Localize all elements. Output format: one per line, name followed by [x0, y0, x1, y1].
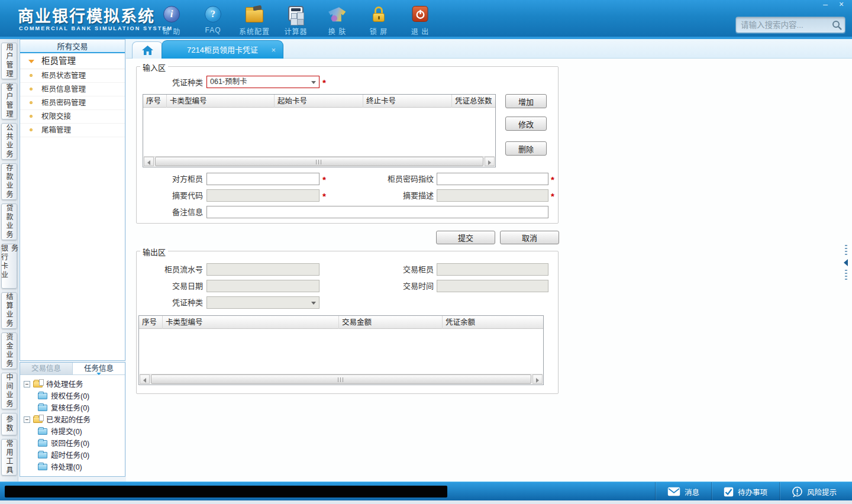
col-start-card[interactable]: 起始卡号	[275, 95, 363, 108]
app-subtitle: COMMERCIAL BANK SIMULATION SYSTEM	[19, 25, 173, 31]
table-header-row: 序号 卡类型编号 交易金额 凭证余额	[139, 316, 543, 329]
skin-label: 换 肤	[317, 26, 358, 36]
task-node-authorization-tasks[interactable]: 授权任务(0)	[20, 390, 125, 402]
messages-button[interactable]: 消息	[655, 482, 711, 501]
required-mark: *	[322, 189, 326, 202]
module-tab-parameters[interactable]: 参数	[1, 413, 17, 435]
folder-icon	[38, 393, 47, 399]
task-node-rejected-tasks[interactable]: 驳回任务(0)	[20, 438, 125, 450]
search-icon[interactable]	[832, 20, 842, 33]
module-tab-customer-mgmt[interactable]: 客户管理	[1, 83, 17, 119]
required-mark: *	[551, 173, 554, 185]
exit-button[interactable]: 退 出	[399, 2, 441, 35]
nav-item-teller-password[interactable]: 柜员密码管理	[20, 96, 125, 110]
module-tab-deposit-business[interactable]: 存款业务	[1, 163, 17, 200]
col-amount[interactable]: 交易金额	[339, 316, 443, 329]
input-section: 输入区 凭证种类 061-预制卡 * 序号 卡类型编号 起始卡号 终止卡号 凭证…	[136, 66, 559, 224]
risk-alert-label: 风险提示	[807, 486, 837, 497]
task-node-to-submit[interactable]: 待提交(0)	[20, 426, 125, 438]
calculator-button[interactable]: 计算器	[275, 2, 317, 35]
summary-code-input	[206, 189, 320, 202]
scroll-right-icon[interactable]	[532, 374, 543, 384]
task-node-initiated-tasks[interactable]: 已发起的任务	[20, 414, 125, 426]
voucher-type-select[interactable]: 061-预制卡	[206, 76, 320, 88]
teller-serial-input	[206, 263, 320, 276]
delete-button[interactable]: 删除	[505, 141, 547, 156]
modify-button[interactable]: 修改	[505, 117, 547, 131]
col-seq[interactable]: 序号	[139, 316, 163, 329]
tab-transaction-info[interactable]: 交易信息	[20, 363, 73, 374]
col-voucher-balance[interactable]: 凭证余额	[443, 316, 543, 329]
col-card-type[interactable]: 卡类型编号	[163, 316, 339, 329]
add-button[interactable]: 增加	[505, 94, 547, 108]
col-end-card[interactable]: 终止卡号	[363, 95, 452, 108]
teller-password-input[interactable]	[437, 173, 548, 185]
col-card-type[interactable]: 卡类型编号	[167, 95, 275, 108]
col-seq[interactable]: 序号	[143, 95, 167, 108]
folder-icon	[38, 440, 47, 447]
todo-button[interactable]: 待办事项	[711, 482, 779, 501]
nav-item-teller-status[interactable]: 柜员状态管理	[20, 69, 125, 83]
skin-button[interactable]: 换 肤	[317, 2, 358, 35]
submit-button[interactable]: 提交	[436, 231, 495, 244]
nav-item-authority-handover[interactable]: 权限交接	[20, 110, 125, 124]
summary-code-label: 摘要代码	[137, 189, 203, 202]
nav-header-all-transactions[interactable]: 所有交易	[20, 40, 125, 53]
collapse-icon[interactable]	[24, 381, 30, 387]
tab-task-info[interactable]: 任务信息	[73, 363, 125, 374]
task-node-to-process[interactable]: 待处理(0)	[20, 461, 125, 473]
scroll-thumb[interactable]	[155, 157, 483, 166]
grip-dots	[845, 245, 847, 256]
teller-password-label: 柜员密码指纹	[364, 173, 434, 185]
scroll-thumb[interactable]	[151, 374, 531, 384]
module-tab-settlement-business[interactable]: 结算业务	[1, 292, 17, 329]
collapse-icon[interactable]	[24, 416, 30, 423]
nav-item-cashbox-mgmt[interactable]: 尾箱管理	[20, 124, 125, 137]
task-node-label: 超时任务(0)	[51, 450, 89, 461]
module-tab-funds-business[interactable]: 资金业务	[1, 332, 17, 369]
exit-icon	[412, 6, 428, 22]
table-body-empty	[139, 329, 543, 374]
col-voucher-count[interactable]: 凭证总张数	[452, 95, 495, 108]
module-tab-bankcard-business[interactable]: 银行卡业务	[1, 244, 17, 289]
task-node-review-tasks[interactable]: 复核任务(0)	[20, 402, 125, 414]
collapse-left-icon[interactable]	[844, 259, 848, 266]
lock-screen-button[interactable]: 锁 屏	[358, 2, 399, 35]
task-node-timeout-tasks[interactable]: 超时任务(0)	[20, 450, 125, 461]
task-node-label: 待处理任务	[46, 379, 83, 390]
module-tab-loan-business[interactable]: 贷款业务	[1, 203, 17, 240]
risk-alert-button[interactable]: 风险提示	[779, 482, 848, 501]
nav-group-teller-mgmt[interactable]: 柜员管理	[20, 53, 125, 69]
transaction-time-input	[437, 280, 548, 292]
task-node-pending-tasks[interactable]: 待处理任务	[20, 379, 125, 390]
module-tab-public-business[interactable]: 公共业务	[1, 123, 17, 160]
grip-dots	[845, 270, 847, 280]
transaction-time-label: 交易时间	[364, 280, 434, 292]
module-tab-common-tools[interactable]: 常用工具	[1, 439, 17, 476]
faq-button[interactable]: ? FAQ	[192, 2, 234, 35]
tab-close-icon[interactable]: ×	[271, 41, 276, 59]
cancel-button[interactable]: 取消	[500, 231, 559, 244]
help-button[interactable]: i 帮 助	[151, 2, 192, 35]
search-input[interactable]	[741, 19, 827, 31]
module-tab-user-mgmt[interactable]: 用户管理	[1, 43, 17, 79]
faq-label: FAQ	[192, 26, 234, 34]
nav-item-teller-info[interactable]: 柜员信息管理	[20, 83, 125, 96]
scroll-left-icon[interactable]	[144, 157, 154, 166]
voucher-type-value: 061-预制卡	[210, 77, 247, 86]
close-button[interactable]: ×	[834, 0, 848, 9]
system-config-button[interactable]: 系统配置	[234, 2, 275, 35]
tab-7214-teller-card-voucher[interactable]: 7214柜员领用卡凭证 ×	[162, 40, 283, 59]
minimize-button[interactable]: –	[818, 0, 832, 9]
counterpart-teller-input[interactable]	[206, 173, 320, 185]
output-section-legend: 输出区	[140, 246, 168, 257]
remark-input[interactable]	[206, 206, 548, 218]
module-tab-intermediate-business[interactable]: 中间业务	[1, 373, 17, 409]
remark-label: 备注信息	[137, 206, 203, 218]
document-tabstrip: 7214柜员领用卡凭证 ×	[126, 39, 852, 59]
output-section: 输出区 柜员流水号 交易柜员 交易日期 交易时间 凭证种类 序号 卡类型编号 交…	[136, 251, 559, 394]
table-header-row: 序号 卡类型编号 起始卡号 终止卡号 凭证总张数	[143, 95, 495, 108]
scroll-right-icon[interactable]	[485, 157, 495, 166]
home-tab[interactable]	[132, 41, 163, 59]
scroll-left-icon[interactable]	[140, 374, 150, 384]
